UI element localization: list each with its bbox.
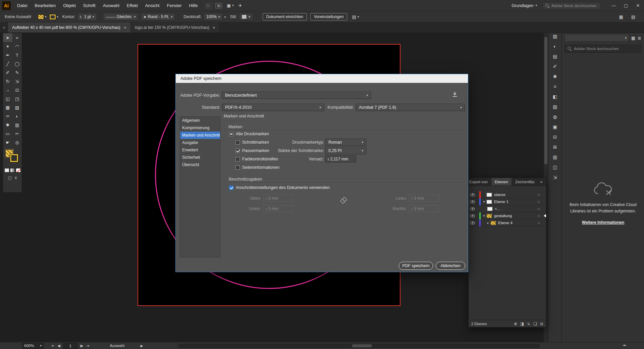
document-tab-aufkleber[interactable]: Aufkleber 40 x 40 mm.pdf bei 600 % (CMYK…	[8, 22, 131, 33]
registration-marks-checkbox[interactable]: Passermarken	[235, 148, 269, 153]
collapse-toolbar-icon[interactable]: «	[0, 22, 8, 33]
selection-column[interactable]	[543, 219, 546, 227]
opacity-panel-arrow-icon[interactable]: ▸	[225, 15, 226, 18]
pencil-tool[interactable]: ✎	[12, 68, 22, 77]
color-bars-checkbox[interactable]: Farbkontrollstreifen	[235, 156, 278, 162]
menu-item-hilfe[interactable]: Hilfe	[185, 3, 202, 8]
selection-tool[interactable]: ➤	[3, 33, 12, 42]
save-preset-icon[interactable]	[451, 91, 458, 99]
none-fill-button[interactable]	[16, 168, 21, 172]
tab-export-von[interactable]: Export von	[469, 178, 491, 186]
tab-overflow-icon[interactable]: »	[538, 180, 544, 184]
all-printer-marks-checkbox[interactable]: Alle Druckmarken	[229, 131, 269, 137]
preferences-button[interactable]: Voreinstellungen	[310, 13, 347, 20]
layer-row-stanze[interactable]: stanze ○	[469, 191, 546, 198]
panel-icon-asset-export[interactable]: ⇲	[548, 172, 562, 182]
color-fill-button[interactable]	[4, 168, 9, 172]
free-transform-tool[interactable]: ⊡	[12, 86, 22, 94]
section-allgemein[interactable]: Allgemein	[180, 117, 220, 124]
slice-tool[interactable]: ✂	[12, 129, 22, 138]
section-ausgabe[interactable]: Ausgabe	[180, 139, 220, 146]
offset-field[interactable]: ▴ ▾ 2,117 mm	[325, 155, 356, 162]
panel-icon-pathfinder[interactable]: ◫	[548, 162, 562, 172]
mesh-tool[interactable]: ▦	[3, 103, 12, 112]
panel-icon-brushes[interactable]: ✐	[548, 61, 562, 71]
selection-column[interactable]	[543, 191, 546, 198]
trim-mark-weight-dropdown[interactable]: 0,25 Pt ▾	[325, 147, 366, 154]
vertical-scrollbar-thumb[interactable]	[544, 37, 547, 164]
magic-wand-tool[interactable]: ✶	[3, 42, 12, 51]
maximize-button[interactable]: ▢	[620, 0, 632, 11]
fill-swatch[interactable]	[38, 14, 44, 19]
horizontal-scrollbar[interactable]	[178, 344, 540, 348]
chevron-down-icon[interactable]: ▾	[45, 15, 47, 18]
symbol-sprayer-tool[interactable]: ✱	[3, 120, 12, 129]
dialog-title-bar[interactable]: Adobe PDF speichern	[176, 74, 468, 83]
menu-item-effekt[interactable]: Effekt	[123, 3, 142, 8]
make-clipping-mask-icon[interactable]: ◨	[520, 321, 524, 326]
libraries-search-input[interactable]	[574, 47, 638, 51]
layer-row-gestaltung[interactable]: ▾ gestaltung ○	[469, 212, 546, 219]
close-tab-icon[interactable]: ✕	[213, 26, 215, 30]
lasso-tool[interactable]: ◠	[12, 42, 22, 51]
checkbox-icon[interactable]	[235, 157, 240, 161]
menu-item-fenster[interactable]: Fenster	[163, 3, 185, 8]
visibility-eye-icon[interactable]	[470, 221, 475, 225]
panel-icon-align[interactable]: ▥	[548, 152, 562, 162]
paintbrush-tool[interactable]: ✐	[3, 68, 12, 77]
workspace-options-button[interactable]: ▤ ▾	[352, 14, 359, 19]
menu-item-auswahl[interactable]: Auswahl	[99, 3, 123, 8]
tab-ebenen[interactable]: Ebenen	[491, 178, 512, 186]
pen-tool[interactable]: ✒	[3, 51, 12, 59]
new-layer-icon[interactable]: ❏	[533, 321, 537, 326]
panel-icon-color-guide[interactable]: ◐	[548, 41, 562, 51]
standard-dropdown[interactable]: PDF/X-4:2010 ▾	[222, 104, 324, 111]
workspace-switcher[interactable]: Grundlagen ▾	[512, 3, 537, 8]
minimize-button[interactable]: —	[608, 0, 620, 11]
width-tool[interactable]: ↔	[3, 86, 12, 94]
style-dropdown[interactable]: ▾	[239, 13, 253, 20]
more-info-link[interactable]: Weitere Informationen	[582, 220, 624, 225]
ellipse-tool[interactable]: ◯	[12, 59, 22, 68]
layer-target-icon[interactable]: ○	[535, 193, 543, 197]
arrange-view-icon[interactable]: ▦	[619, 14, 623, 19]
panel-icon-layers[interactable]: ⊟	[548, 132, 562, 142]
scale-tool[interactable]: ⇲	[12, 77, 22, 86]
opacity-field[interactable]: 100% ▾	[204, 13, 222, 20]
section-sicherheit[interactable]: Sicherheit	[180, 154, 220, 161]
previous-artboard-icon[interactable]: ◀	[57, 344, 60, 348]
checkbox-icon[interactable]	[235, 165, 240, 170]
blend-tool[interactable]: ◐	[12, 112, 22, 120]
panel-menu-icon[interactable]: ≡	[544, 180, 546, 184]
arrange-documents-button[interactable]: ▣ ▾	[227, 3, 234, 8]
link-bleeds-icon[interactable]	[340, 197, 346, 203]
preset-dropdown[interactable]: Benutzerdefiniert ▾	[222, 92, 371, 99]
rotate-tool[interactable]: ↻	[3, 77, 12, 86]
bridge-badge[interactable]: Br	[205, 3, 212, 8]
last-artboard-icon[interactable]: ⇥	[86, 344, 89, 348]
menu-item-bearbeiten[interactable]: Bearbeiten	[31, 3, 59, 8]
artboard-number-field[interactable]: 1	[63, 343, 78, 349]
page-information-checkbox[interactable]: Seiteninformationen	[235, 165, 279, 170]
expand-layer-icon[interactable]: ▾	[482, 214, 486, 217]
menu-item-datei[interactable]: Datei	[13, 3, 31, 8]
layer-target-icon[interactable]: ○	[535, 200, 543, 204]
visibility-eye-icon[interactable]	[470, 200, 475, 203]
section-komprimierung[interactable]: Komprimierung	[180, 124, 220, 132]
panel-icon-graphic-styles[interactable]: ▣	[548, 122, 562, 132]
panel-icon-symbols[interactable]: ✱	[548, 71, 562, 82]
visibility-eye-icon[interactable]	[470, 193, 475, 196]
close-tab-icon[interactable]: ✕	[124, 26, 126, 30]
chevron-down-icon[interactable]: ▾	[93, 15, 94, 18]
visibility-eye-icon[interactable]	[470, 207, 475, 210]
new-sublayer-icon[interactable]: ↳	[527, 321, 530, 326]
chevron-down-icon[interactable]: ▾	[57, 15, 58, 18]
gradient-tool[interactable]: ▧	[12, 103, 22, 112]
layer-row-path[interactable]: <... ○	[469, 205, 546, 212]
checkbox-checked-icon[interactable]	[235, 149, 240, 153]
screen-mode-icon[interactable]: ≡	[14, 176, 17, 180]
layer-row-ebene-4[interactable]: ▸ Ebene 4 ○	[469, 219, 546, 227]
chevron-down-icon[interactable]: ▾	[218, 15, 220, 18]
share-icon[interactable]: ✈	[238, 3, 242, 8]
cancel-button[interactable]: Abbrechen	[436, 262, 465, 270]
